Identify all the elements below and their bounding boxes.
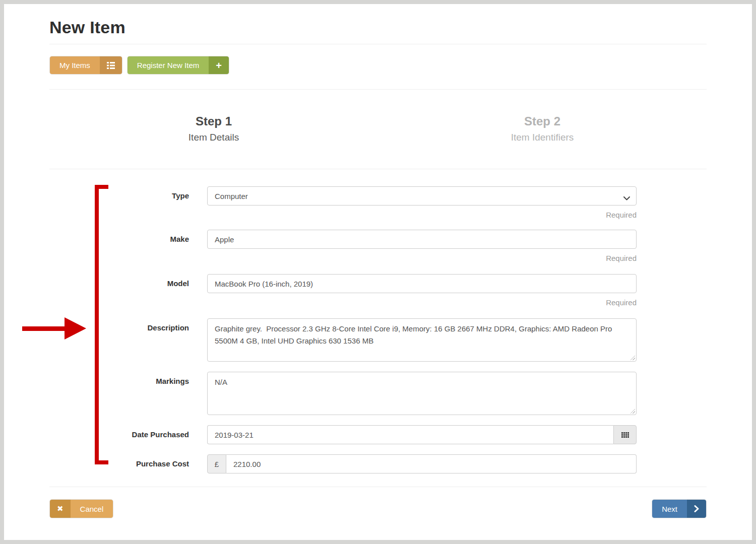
my-items-button-label: My Items: [50, 56, 100, 74]
cancel-button-label: Cancel: [71, 500, 113, 518]
register-new-item-button[interactable]: Register New Item +: [127, 56, 229, 75]
chevron-down-icon: [623, 193, 630, 202]
step-1: Step 1 Item Details: [49, 114, 378, 144]
item-details-form: Type Computer Required Make Required: [49, 169, 707, 487]
currency-addon: £: [207, 454, 226, 473]
step-1-subtitle: Item Details: [49, 131, 378, 144]
make-label: Make: [49, 230, 189, 243]
purchase-cost-input[interactable]: [226, 454, 637, 473]
type-label: Type: [49, 186, 189, 200]
model-required-note: Required: [207, 298, 637, 307]
make-required-note: Required: [207, 254, 637, 263]
description-textarea[interactable]: Graphite grey. Processor 2.3 GHz 8-Core …: [207, 318, 637, 362]
calendar-grid-icon: [621, 432, 629, 438]
chevron-right-icon: [687, 500, 706, 518]
date-purchased-input[interactable]: [207, 425, 613, 444]
new-item-page: New Item My Items Register New Item +: [4, 4, 752, 540]
form-footer: ✖ Cancel Next: [49, 487, 707, 518]
model-input[interactable]: [207, 274, 637, 293]
make-row: Make Required: [49, 230, 707, 263]
model-row: Model Required: [49, 274, 707, 307]
my-items-button[interactable]: My Items: [49, 56, 122, 75]
step-2-title: Step 2: [378, 114, 707, 128]
next-button[interactable]: Next: [652, 499, 707, 518]
step-2: Step 2 Item Identifiers: [378, 114, 707, 144]
date-purchased-row: Date Purchased: [49, 425, 707, 444]
step-indicator: Step 1 Item Details Step 2 Item Identifi…: [49, 90, 707, 169]
type-required-note: Required: [207, 211, 637, 220]
description-row: Description Graphite grey. Processor 2.3…: [49, 318, 707, 362]
markings-row: Markings N/A: [49, 372, 707, 415]
markings-textarea[interactable]: N/A: [207, 372, 637, 415]
date-picker-button[interactable]: [613, 425, 637, 444]
purchase-cost-row: Purchase Cost £: [49, 454, 707, 473]
plus-icon: +: [209, 56, 229, 74]
list-icon: [100, 56, 122, 74]
purchase-cost-label: Purchase Cost: [49, 454, 189, 468]
description-label: Description: [49, 318, 189, 332]
date-purchased-label: Date Purchased: [49, 425, 189, 439]
toolbar: My Items Register New Item +: [49, 44, 707, 90]
type-select[interactable]: Computer: [207, 186, 637, 206]
step-2-subtitle: Item Identifiers: [378, 131, 707, 144]
register-new-item-button-label: Register New Item: [128, 56, 209, 74]
markings-label: Markings: [49, 372, 189, 385]
next-button-label: Next: [652, 500, 687, 518]
page-title: New Item: [49, 18, 707, 44]
cancel-button[interactable]: ✖ Cancel: [49, 499, 113, 518]
type-select-value: Computer: [215, 192, 248, 200]
make-input[interactable]: [207, 230, 637, 249]
x-icon: ✖: [50, 500, 71, 518]
type-row: Type Computer Required: [49, 186, 707, 220]
step-1-title: Step 1: [49, 114, 378, 128]
model-label: Model: [49, 274, 189, 288]
